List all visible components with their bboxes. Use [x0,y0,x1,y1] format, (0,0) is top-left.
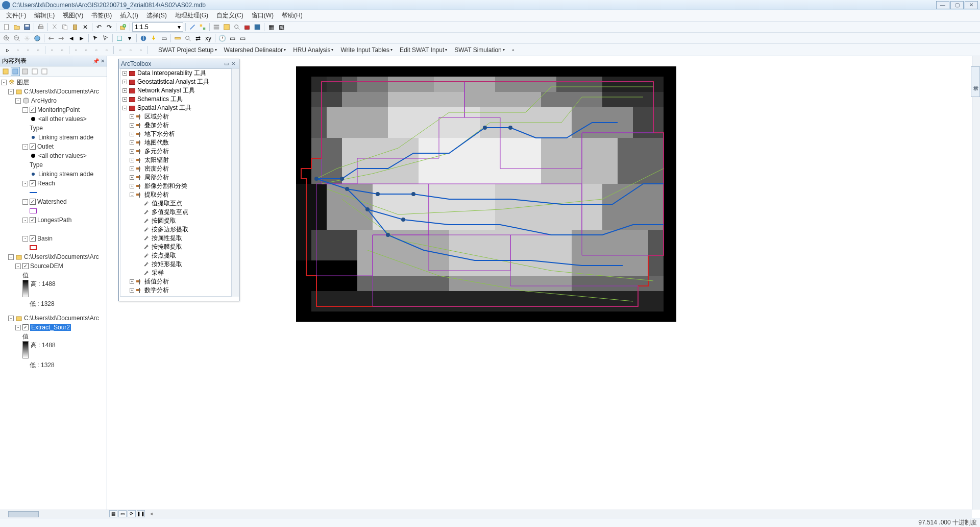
toolbox-item[interactable]: +多元分析 [120,147,231,156]
menu-select[interactable]: 选择(S) [143,10,170,21]
forward-icon[interactable]: ► [77,34,86,43]
paste-icon[interactable] [70,22,80,32]
toolbox-item[interactable]: +插值分析 [120,277,231,286]
edit-tool-11-icon[interactable]: ▫ [116,45,125,55]
toolbox-item[interactable]: 采样 [120,269,231,277]
arctoolbox-titlebar[interactable]: ArcToolbox ▭ ✕ [119,59,239,68]
toolbox-item[interactable]: +密度分析 [120,164,231,173]
toc-list-by-drawing-icon[interactable] [1,67,10,76]
toc-options-icon[interactable] [40,67,49,76]
create-viewer-icon[interactable]: ▭ [228,34,237,43]
expand-icon[interactable]: - [15,264,21,269]
toc-icon[interactable] [212,22,221,32]
layer-checkbox[interactable]: ✓ [30,217,36,223]
find-icon[interactable] [183,34,192,43]
toc-root[interactable]: 图层 [17,78,29,87]
toolbox-item[interactable]: +地图代数 [120,138,231,147]
toolbox-item[interactable]: +Geostatistical Analyst 工具 [120,78,231,86]
toolbox-item[interactable]: +Data Interoperability 工具 [120,69,231,78]
html-popup-icon[interactable]: ▭ [159,34,168,43]
select-elements-icon[interactable] [91,34,100,43]
toolbox-item[interactable]: 多值提取至点 [120,208,231,217]
toolbox-item[interactable]: +影像分割和分类 [120,182,231,190]
toc-extract[interactable]: Extract_Sour2 [30,324,71,331]
toc-tree[interactable]: -图层 -C:\Users\lxl\Documents\Arc -ArcHydr… [0,77,107,518]
zoom-in-icon[interactable] [2,34,11,43]
map-canvas[interactable] [296,66,676,322]
expand-icon[interactable]: - [15,325,21,330]
arctoolbox-scrollbar[interactable] [232,68,239,297]
expand-icon[interactable]: + [122,80,127,84]
toolbox-item[interactable]: +Network Analyst 工具 [120,86,231,95]
toolbox-item[interactable]: 按属性提取 [120,234,231,243]
toc-watershed[interactable]: Watershed [37,198,67,205]
expand-icon[interactable]: + [130,279,134,284]
layer-checkbox[interactable]: ✓ [30,107,36,113]
toc-basin[interactable]: Basin [37,235,53,242]
map-vscrollbar[interactable] [972,56,980,510]
expand-icon[interactable]: - [22,218,28,223]
identify-icon[interactable]: i [139,34,148,43]
swat-extra-icon[interactable]: ▫ [509,45,518,55]
toc-archydro[interactable]: ArcHydro [31,97,57,104]
menu-geoprocessing[interactable]: 地理处理(G) [172,10,211,21]
arctoolbox-icon[interactable] [242,22,252,32]
edit-tool-3-icon[interactable]: ▫ [23,45,33,55]
toc-outlet[interactable]: Outlet [37,143,54,150]
menu-edit[interactable]: 编辑(E) [31,10,58,21]
close-button[interactable]: ✕ [965,1,978,9]
expand-icon[interactable]: - [15,98,21,104]
expand-icon[interactable]: + [122,97,127,102]
edit-tool-2-icon[interactable]: ▫ [13,45,22,55]
edit-tool-4-icon[interactable]: ▫ [34,45,43,55]
expand-icon[interactable]: - [22,199,28,205]
expand-icon[interactable]: - [8,316,14,321]
edit-tool-12-icon[interactable]: ▫ [126,45,135,55]
redo-icon[interactable]: ↷ [105,22,114,32]
toolbox-item[interactable]: +叠加分析 [120,121,231,130]
edit-tool-9-icon[interactable]: ▫ [92,45,101,55]
toc-sourcedem[interactable]: SourceDEM [30,262,63,270]
open-icon[interactable] [12,22,21,32]
measure-icon[interactable] [173,34,182,43]
toolbox-item[interactable]: 值提取至点 [120,199,231,208]
edit-tool-5-icon[interactable]: ▫ [47,45,57,55]
arctoolbox-close-icon[interactable]: ✕ [230,60,237,67]
toolbox-item[interactable]: 按点提取 [120,251,231,260]
expand-icon[interactable]: + [122,71,127,76]
toc-group2[interactable]: C:\Users\lxl\Documents\Arc [24,253,99,260]
time-slider-icon[interactable]: 🕐 [217,34,227,43]
scale-combo[interactable]: 1:1.5▾ [132,22,183,32]
menu-file[interactable]: 文件(F) [3,10,29,21]
toolbox-item[interactable]: 按矩形提取 [120,260,231,269]
swat-hru-analysis[interactable]: HRU Analysis▾ [290,45,336,55]
swat-write-input[interactable]: Write Input Tables▾ [337,45,396,55]
fixed-zoom-out-icon[interactable] [57,34,66,43]
expand-icon[interactable]: - [122,106,127,110]
arctoolbox-dropdown-icon[interactable]: ▭ [223,60,230,67]
edit-tool-13-icon[interactable]: ▫ [136,45,145,55]
toolbox-item[interactable]: -Spatial Analyst 工具 [120,104,231,112]
toolbox-item[interactable]: +Schematics 工具 [120,95,231,104]
expand-icon[interactable]: + [130,114,134,119]
toolbox-item[interactable]: +局部分析 [120,173,231,182]
full-extent-icon[interactable] [33,34,42,43]
expand-icon[interactable]: + [130,132,134,136]
arctoolbox-tree[interactable]: +Data Interoperability 工具+Geostatistical… [120,68,232,297]
python-icon[interactable] [253,22,262,32]
cut-icon[interactable] [50,22,59,32]
model-builder-icon[interactable] [198,22,207,32]
expand-icon[interactable]: - [22,107,28,113]
expand-icon[interactable]: + [130,158,134,162]
layer-checkbox[interactable]: ✓ [30,180,36,186]
hyperlink-icon[interactable] [149,34,158,43]
search-icon[interactable] [232,22,241,32]
toolbox-item[interactable]: 按多边形提取 [120,225,231,234]
delete-icon[interactable]: ✕ [81,22,90,32]
edit-tool-6-icon[interactable]: ▫ [58,45,67,55]
toolbox-item[interactable]: +太阳辐射 [120,156,231,164]
new-icon[interactable] [2,22,11,32]
toolbox-item[interactable]: +地下水分析 [120,130,231,138]
swat-watershed-delineator[interactable]: Watershed Delineator▾ [221,45,289,55]
menu-customize[interactable]: 自定义(C) [213,10,247,21]
